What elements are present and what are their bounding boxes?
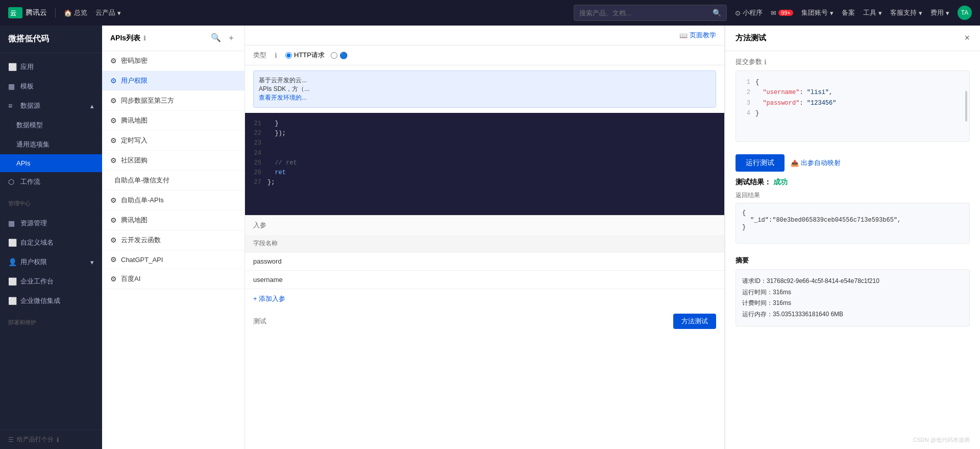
chevron-down-icon: ▾	[117, 9, 121, 17]
sidebar-item-workflow[interactable]: ⬡ 工作流	[0, 172, 102, 192]
param-row-password: password	[245, 252, 724, 271]
sidebar-item-app[interactable]: ⬜ 应用	[0, 57, 102, 77]
api-item-cloud-function[interactable]: ⚙ 云开发云函数	[102, 230, 244, 250]
chevron-down-icon-fee: ▾	[946, 9, 949, 17]
notification-icon: ✉	[771, 9, 776, 17]
code-line: 22 });	[251, 129, 718, 138]
notification-btn[interactable]: ✉ 99+	[771, 9, 793, 17]
sidebar-label-domain: 自定义域名	[20, 238, 54, 247]
close-btn[interactable]: ×	[964, 33, 970, 43]
code-line: 23	[251, 138, 718, 148]
logo[interactable]: 云 腾讯云	[8, 7, 47, 18]
code-line: 26 ret	[251, 168, 718, 178]
chevron-up-icon: ▴	[90, 102, 94, 110]
api-icon-10: ⚙	[110, 255, 117, 264]
api-item-timer-write[interactable]: ⚙ 定时写入	[102, 131, 244, 151]
export-btn[interactable]: 📤 出参自动映射	[791, 158, 841, 168]
mini-program-btn[interactable]: ⊙ 小程序	[735, 8, 763, 17]
domain-icon: ⬜	[8, 239, 16, 247]
api-item-tencent-map-2[interactable]: ⚙ 腾讯地图	[102, 210, 244, 230]
apis-search-btn[interactable]: 🔍	[210, 32, 222, 44]
export-icon: 📤	[791, 159, 799, 167]
code-editor[interactable]: 21 } 22 }); 23 24 25 // ret	[245, 113, 724, 215]
type-row: 类型 ℹ HTTP请求 🔵	[245, 45, 724, 65]
user-avatar[interactable]: TA	[958, 6, 972, 20]
api-item-self-order-apis[interactable]: ⚙ 自助点单-APIs	[102, 191, 244, 210]
sidebar-item-resource[interactable]: ▦ 资源管理	[0, 214, 102, 233]
col-field-name: 字段名称	[253, 239, 485, 248]
json-line-2: 2 "username": "lisi",	[742, 87, 963, 98]
sidebar-item-template[interactable]: ▦ 模板	[0, 77, 102, 96]
api-item-password-encrypt[interactable]: ⚙ 密码加密	[102, 51, 244, 71]
info-icon-footer: ℹ	[57, 436, 59, 443]
search-bar[interactable]: 🔍	[574, 5, 727, 21]
api-icon-9: ⚙	[110, 236, 117, 244]
page-teach-btn[interactable]: 📖 页面教学	[679, 31, 716, 40]
nav-cloud-product[interactable]: 云产品 ▾	[95, 8, 121, 17]
customer-service-btn[interactable]: 客服支持 ▾	[890, 8, 922, 17]
submit-params-section: 提交参数 ℹ 1 { 2 "username": "lisi", 3 "pass…	[725, 51, 980, 148]
nav-home[interactable]: 🏠 总览	[64, 8, 87, 17]
summary-section: 摘要 请求ID：31768c92-9e66-4c5f-8414-e54e78c1…	[725, 256, 980, 333]
code-line: 25 // ret	[251, 158, 718, 168]
api-item-tencent-map-1[interactable]: ⚙ 腾讯地图	[102, 111, 244, 131]
footer-label: 给产品打个分	[17, 435, 54, 444]
scrollbar-thumb	[965, 91, 967, 122]
apis-add-btn[interactable]: ＋	[226, 32, 236, 44]
apis-info-icon: ℹ	[143, 35, 146, 42]
api-item-community-group[interactable]: ⚙ 社区团购	[102, 151, 244, 171]
param-row-username: username	[245, 271, 724, 289]
api-item-sync-data[interactable]: ⚙ 同步数据至第三方	[102, 91, 244, 111]
sidebar-item-user-auth[interactable]: 👤 用户权限 ▾	[0, 252, 102, 272]
api-icon-8: ⚙	[110, 216, 117, 224]
apis-header: APIs列表 ℹ 🔍 ＋	[102, 26, 244, 51]
app-icon: ⬜	[8, 63, 16, 71]
api-icon-1: ⚙	[110, 77, 117, 85]
chevron-down-icon-group: ▾	[830, 9, 834, 17]
api-item-self-order-wepay[interactable]: 自助点单-微信支付	[102, 171, 244, 191]
method-test-btn[interactable]: 方法测试	[673, 314, 716, 329]
apis-list: ⚙ 密码加密 ⚙ 用户权限 ⚙ 同步数据至第三方 ⚙ 腾讯地图 ⚙ 定时写入 ⚙…	[102, 51, 244, 449]
radio-http[interactable]: HTTP请求	[285, 51, 325, 60]
group-account-btn[interactable]: 集团账号 ▾	[801, 8, 834, 17]
radio-custom[interactable]: 🔵	[331, 51, 348, 60]
apis-header-title: APIs列表 ℹ	[110, 34, 146, 43]
chevron-down-icon-tools: ▾	[878, 9, 882, 17]
api-item-user-auth[interactable]: ⚙ 用户权限	[102, 71, 244, 91]
sidebar-item-options[interactable]: 通用选项集	[0, 135, 102, 154]
sidebar-item-wechat-integration[interactable]: ⬜ 企业微信集成	[0, 291, 102, 311]
run-test-btn[interactable]: 运行测试	[736, 154, 785, 172]
code-line: 24	[251, 149, 718, 158]
api-item-baidu-ai[interactable]: ⚙ 百度AI	[102, 269, 244, 289]
param-table: 字段名称 password username	[245, 235, 724, 289]
right-panel-title: 方法测试	[736, 33, 766, 43]
api-icon-11: ⚙	[110, 275, 117, 283]
sidebar-item-data-model[interactable]: 数据模型	[0, 115, 102, 135]
sidebar-item-datasource[interactable]: ≡ 数据源 ▴	[0, 96, 102, 115]
api-icon-5: ⚙	[110, 156, 117, 164]
add-param-btn[interactable]: + 添加入参	[245, 289, 724, 309]
menu-icon: ☰	[8, 436, 14, 443]
sidebar-item-enterprise-workspace[interactable]: ⬜ 企业工作台	[0, 272, 102, 291]
footer-rating[interactable]: ☰ 给产品打个分 ℹ	[0, 430, 102, 449]
summary-line-1: 请求ID：31768c92-9e66-4c5f-8414-e54e78c1f21…	[742, 276, 963, 287]
return-result-label: 返回结果	[736, 191, 970, 200]
main-layout: 微搭低代码 ⬜ 应用 ▦ 模板 ≡ 数据源 ▴ 数据模型 通用选项集	[0, 26, 980, 449]
fee-btn[interactable]: 费用 ▾	[930, 8, 949, 17]
api-item-chatgpt[interactable]: ⚙ ChatGPT_API	[102, 250, 244, 269]
resource-icon: ▦	[8, 219, 16, 227]
summary-line-2: 运行时间：316ms	[742, 287, 963, 298]
sidebar-section-main: ⬜ 应用 ▦ 模板 ≡ 数据源 ▴ 数据模型 通用选项集 APIs	[0, 53, 102, 196]
sidebar-item-apis[interactable]: APIs	[0, 154, 102, 172]
user-auth-icon: 👤	[8, 258, 16, 266]
result-status: 成功	[773, 178, 788, 186]
nav-divider	[55, 8, 56, 18]
sidebar-item-domain[interactable]: ⬜ 自定义域名	[0, 233, 102, 252]
tools-btn[interactable]: 工具 ▾	[863, 8, 882, 17]
json-editor[interactable]: 1 { 2 "username": "lisi", 3 "password": …	[736, 70, 970, 142]
search-input[interactable]	[579, 9, 713, 17]
backup-btn[interactable]: 备案	[842, 8, 855, 17]
json-line-3: 3 "password": "123456"	[742, 98, 963, 108]
result-section: 测试结果： 成功 返回结果 { "_id":"80e3bed065839ceb0…	[725, 178, 980, 256]
submit-params-label: 提交参数 ℹ	[736, 57, 970, 66]
